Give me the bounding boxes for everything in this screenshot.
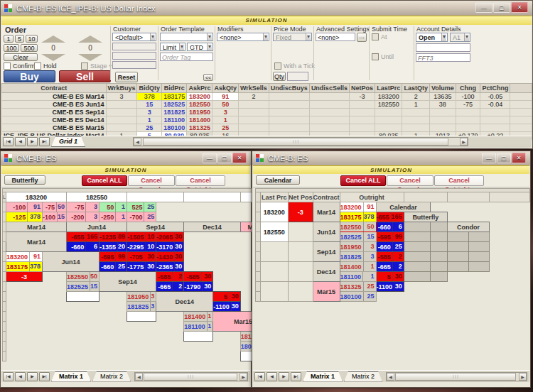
column-header[interactable]: Contract [313, 192, 340, 202]
strategy-quote-cell[interactable]: -70025 [127, 212, 156, 222]
column-header[interactable]: BidPrc [161, 84, 187, 93]
column-header[interactable]: Chng [456, 84, 480, 93]
minimize-icon[interactable]: — [475, 2, 492, 13]
empty-strategy-cell[interactable] [404, 242, 431, 252]
bid-cell[interactable]: -135520 [99, 242, 127, 252]
grid-cell[interactable]: 183200 [187, 93, 212, 101]
minimize-icon[interactable]: — [482, 153, 496, 163]
strategy-quote-cell[interactable]: -2501 [99, 212, 127, 222]
bid-cell[interactable]: -6652 [156, 282, 184, 292]
first-tab-icon[interactable]: |◀ [3, 372, 14, 381]
bid-price-cell[interactable]: 1818253 [340, 252, 376, 262]
grid-cell[interactable]: -0.04 [480, 101, 510, 109]
grid-cell[interactable] [239, 116, 269, 124]
grid-cell[interactable] [402, 109, 430, 116]
bid-price-cell[interactable]: 18252515 [67, 282, 99, 292]
grid-cell[interactable] [480, 109, 510, 116]
grid-cell[interactable]: -100 [456, 93, 480, 101]
next-tab-icon[interactable]: ▶ [279, 372, 289, 381]
grid-cell[interactable] [106, 109, 137, 116]
bid-cell[interactable]: -66025 [376, 242, 404, 252]
grid-cell[interactable]: 25 [137, 124, 162, 132]
grid-cell[interactable]: 3 [212, 109, 239, 116]
submit-at-checkbox[interactable]: At [372, 33, 387, 40]
advanced-settings-field[interactable]: <none> [316, 33, 355, 41]
strategy-quote-cell[interactable]: -7550 [42, 202, 66, 212]
grid-cell[interactable]: 1 [137, 116, 162, 124]
sell-button[interactable]: Sell [59, 70, 111, 82]
tab-matrix-2[interactable]: Matrix 2 [344, 371, 382, 382]
empty-strategy-cell[interactable] [431, 262, 448, 272]
grid-cell[interactable]: 180100 [161, 124, 187, 132]
grid-cell[interactable] [456, 116, 480, 124]
matrix-h-scrollbar[interactable]: ◀ | | | ▶ [386, 372, 527, 381]
strategy-quote-cell[interactable]: -10091 [6, 202, 42, 212]
grid-cell[interactable]: 2 [239, 93, 269, 101]
grid-cell[interactable]: 91 [212, 93, 239, 101]
maximize-icon[interactable]: ▢ [497, 153, 511, 163]
title-bar[interactable]: CME-B: ES — ▢ ✕ [1, 151, 251, 165]
strategy-quote-cell[interactable]: -2003 [67, 212, 99, 222]
maximize-icon[interactable]: ▢ [217, 153, 232, 163]
grid-cell[interactable] [375, 109, 402, 116]
empty-strategy-cell[interactable] [431, 252, 448, 262]
empty-strategy-cell[interactable] [448, 262, 469, 272]
bid-price-cell[interactable]: 183175378 [6, 262, 42, 272]
empty-strategy-cell[interactable] [469, 252, 490, 262]
matrix-h-scrollbar[interactable]: ◀ | | | ▶ [134, 372, 248, 381]
tif-dropdown[interactable]: GTD [187, 43, 213, 51]
bid-price-cell[interactable]: 183175378 [340, 212, 376, 222]
grid-cell[interactable] [429, 124, 456, 132]
empty-strategy-cell[interactable] [404, 262, 431, 272]
ask-price-cell[interactable]: 18255050 [67, 272, 99, 282]
empty-strategy-cell[interactable] [431, 222, 448, 232]
grid-cell[interactable] [106, 124, 137, 132]
qty-button-100[interactable]: 100 [4, 44, 19, 52]
order-entry-cell[interactable] [67, 292, 99, 302]
column-header[interactable]: WrkBuys [106, 84, 137, 93]
grid-cell[interactable]: 183175 [161, 93, 187, 101]
customer-field-2[interactable] [112, 52, 156, 60]
grid-cell[interactable]: 13635 [429, 93, 456, 101]
account-field[interactable] [416, 43, 470, 52]
advanced-browse-button[interactable]: ... [357, 33, 367, 42]
bid-cell[interactable]: -229510 [127, 242, 156, 252]
grid-cell[interactable] [480, 124, 510, 132]
order-entry-cell[interactable] [127, 312, 156, 322]
column-header[interactable]: AskQty [212, 84, 239, 93]
grid-cell[interactable] [349, 101, 375, 109]
ask-cell[interactable]: -655165 [67, 232, 99, 242]
column-header[interactable]: WrkSells [239, 84, 269, 93]
bid-cell[interactable]: -110030 [213, 302, 241, 312]
grid-cell[interactable]: 38 [429, 101, 456, 109]
reset-button[interactable]: Reset [115, 72, 138, 82]
strategy-quote-cell[interactable]: -753 [67, 202, 99, 212]
strategy-quote-cell[interactable]: 52525 [127, 202, 156, 212]
cancel-spreads-button[interactable]: Cancel Spreads [387, 175, 434, 186]
strategy-button[interactable]: Calendar [256, 175, 300, 185]
grid-cell[interactable]: 50 [212, 101, 239, 109]
tab-matrix-1[interactable]: Matrix 1 [51, 371, 91, 382]
empty-strategy-cell[interactable] [404, 232, 431, 242]
last-tab-icon[interactable]: ▶| [39, 137, 50, 146]
bid-cell[interactable]: -317030 [156, 242, 184, 252]
grid-cell[interactable] [375, 116, 402, 124]
tab-grid-1[interactable]: Grid 1 [51, 136, 85, 147]
column-header[interactable]: LastPrc [375, 84, 402, 93]
qty-button-10[interactable]: 10 [26, 35, 38, 43]
grid-cell[interactable] [309, 116, 349, 124]
tab-matrix-1[interactable]: Matrix 1 [303, 371, 343, 382]
grid-cell[interactable] [269, 109, 309, 116]
strategy-quote-cell[interactable]: -125378 [6, 212, 42, 222]
grid-cell[interactable] [349, 116, 375, 124]
close-icon[interactable]: ✕ [511, 2, 528, 13]
first-tab-icon[interactable]: |◀ [3, 137, 14, 146]
ask-cell[interactable]: -206530 [156, 232, 184, 242]
scroll-right-icon[interactable]: ▶ [519, 373, 527, 381]
ask-price-cell[interactable]: 1819503 [340, 242, 376, 252]
grid-cell[interactable] [269, 93, 309, 101]
ask-cell[interactable]: 530 [376, 272, 404, 282]
bid-cell[interactable]: -66025 [99, 262, 127, 272]
ask-price-cell[interactable]: 18132525 [340, 282, 376, 292]
empty-strategy-cell[interactable] [431, 232, 448, 242]
